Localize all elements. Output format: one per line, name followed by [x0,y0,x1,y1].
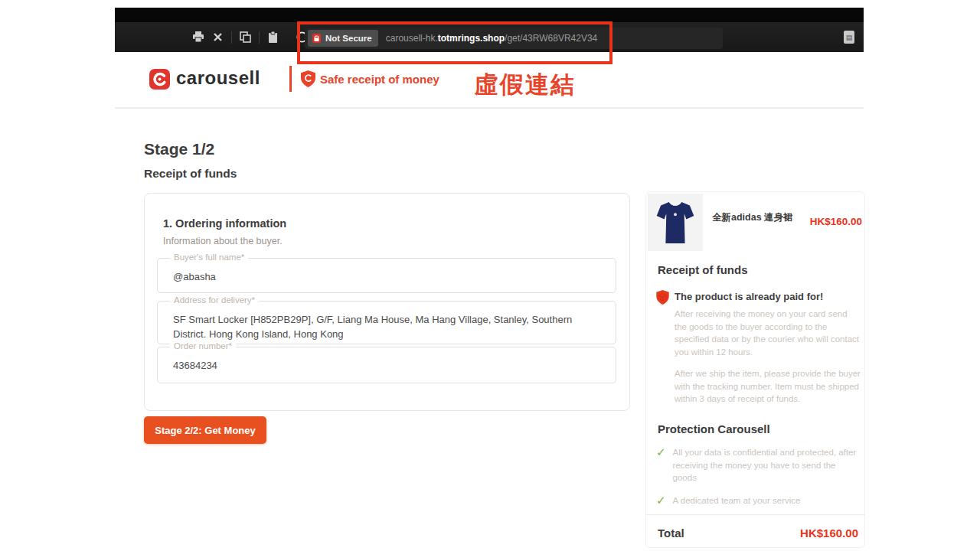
product-price: HK$160.00 [798,216,862,227]
section-title: 1. Ordering information [163,217,286,230]
stage-subtitle: Receipt of funds [144,167,237,181]
receipt-paragraph: After we ship the item, please provide t… [675,367,861,406]
protection-item-text: All your data is confidential and protec… [673,446,861,484]
safe-receipt-tagline: Safe receipt of money [320,73,439,86]
buyer-name-label: Buyer's full name* [170,253,248,262]
protection-item-text: A dedicated team at your service [673,494,861,507]
brand-name[interactable]: carousell [176,67,260,89]
protection-item: ✓ All your data is confidential and prot… [656,446,861,484]
get-money-button[interactable]: Stage 2/2: Get Money [144,416,266,444]
receipt-paragraph: After receiving the money on your card s… [675,308,861,358]
copy-icon[interactable] [239,31,252,44]
screenshot-root: Not Secure carousell-hk.totmrings.shop/g… [0,0,980,551]
fake-link-annotation-label: 虛假連結 [475,69,576,101]
total-value: HK$160.00 [759,527,858,540]
paid-shield-icon [656,290,669,308]
checkmark-icon: ✓ [656,446,666,484]
browser-toolbar-icons [191,31,309,44]
delivery-address-field[interactable]: Address for delivery* SF Smart Locker [H… [157,301,616,344]
order-number-value: 43684234 [173,358,600,373]
checkmark-icon: ✓ [656,494,666,507]
buyer-name-field[interactable]: Buyer's full name* @abasha [157,258,616,293]
header-rule [115,107,864,109]
delivery-address-label: Address for delivery* [170,295,259,305]
buyer-name-value: @abasha [173,269,600,284]
stage-title: Stage 1/2 [144,140,214,158]
close-icon[interactable] [211,31,224,44]
total-divider [646,514,864,515]
extension-icon[interactable]: ▤ [844,31,854,44]
ordering-information-card: 1. Ordering information Information abou… [144,193,630,411]
protection-item: ✓ A dedicated team at your service [656,494,861,507]
section-subtitle: Information about the buyer. [163,236,283,246]
clipboard-icon[interactable] [266,31,279,44]
fake-link-annotation-box [297,21,612,64]
safe-shield-icon [301,70,315,90]
receipt-of-funds-heading: Receipt of funds [658,263,748,276]
order-number-label: Order number* [170,341,236,350]
delivery-address-value: SF Smart Locker [H852PB29P], G/F, Liang … [173,312,600,341]
total-label: Total [658,527,684,540]
toolbar-separator [231,31,232,44]
product-title[interactable]: 全新adidas 連身裙 [712,211,800,224]
browser-tab-strip [115,8,864,22]
printer-icon[interactable] [191,31,204,44]
toolbar-separator [259,31,260,44]
paid-highlight: The product is already paid for! [675,291,858,302]
product-image [648,194,703,251]
order-number-field[interactable]: Order number* 43684234 [157,347,616,383]
protection-heading: Protection Carousell [658,422,770,435]
header-divider [289,66,292,92]
navy-dress-image [655,199,696,246]
order-summary-sidebar: 全新adidas 連身裙 HK$160.00 Receipt of funds … [645,191,865,548]
carousell-logo-icon[interactable] [149,69,170,90]
